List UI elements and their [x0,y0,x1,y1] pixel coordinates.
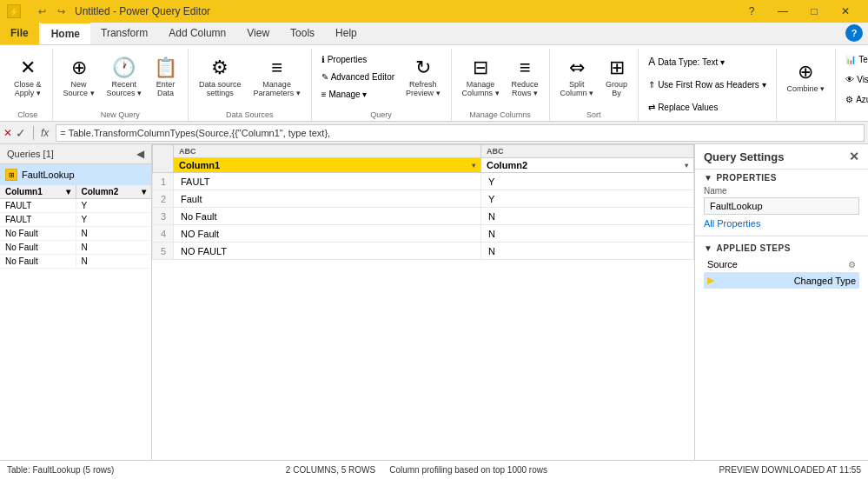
tab-transform[interactable]: Transform [90,22,158,44]
step-source-label: Source [707,259,738,269]
tab-file[interactable]: File [0,22,39,44]
download-time-text: PREVIEW DOWNLOADED AT 11:55 [719,465,861,475]
left-row3-col2: N [76,227,152,240]
use-first-row-button[interactable]: ⇑ Use First Row as Headers ▾ [644,77,770,92]
row-3-num: 3 [153,208,174,225]
col2-name-text: Column2 [487,160,527,170]
left-row4-col2: N [76,241,152,254]
ribbon-group-manage-columns: ⊟ ManageColumns ▾ ≡ ReduceRows ▾ Manage … [452,49,550,121]
replace-values-label: Replace Values [658,103,718,112]
properties-title: ▼ PROPERTIES [704,173,859,183]
row-3-col2: N [480,208,693,225]
minimize-button[interactable]: — [767,0,798,23]
properties-button[interactable]: ℹ Properties [317,52,399,67]
manage-button[interactable]: ≡ Manage ▾ [317,87,399,102]
all-properties-link[interactable]: All Properties [704,218,859,229]
tab-help[interactable]: Help [325,22,368,44]
undo-button[interactable]: ↩ [33,3,50,20]
tab-view[interactable]: View [236,22,280,44]
left-row-3: No Fault N [0,227,151,241]
data-type-label: Data Type: Text ▾ [658,57,725,67]
combine-button[interactable]: ⊕ Combine ▾ [782,50,831,103]
azure-ml-icon: ⚙ [845,95,853,104]
reduce-rows-button[interactable]: ≡ ReduceRows ▾ [507,50,544,103]
vision-button[interactable]: 👁 Vision [841,72,868,87]
applied-steps-list: Source ⚙ ▶ Changed Type [704,256,859,289]
sort-items: ⇔ SplitColumn ▾ ⊞ GroupBy [555,50,633,109]
data-type-button[interactable]: A Data Type: Text ▾ [644,53,729,70]
ribbon-group-query: ℹ Properties ✎ Advanced Editor ≡ Manage … [312,49,452,121]
reduce-rows-icon: ≡ [520,57,531,79]
col2-header: ABC Column2 ▾ [480,145,693,173]
step-changed-type-label: Changed Type [794,276,856,286]
settings-title: Query Settings [704,150,784,163]
col2-filter-icon[interactable]: ▾ [685,162,688,170]
close-button[interactable]: ✕ [830,0,861,23]
tab-home[interactable]: Home [41,22,90,44]
left-data-preview: Column1 ▾ Column2 ▾ FAULT Y FAULT Y No F… [0,185,151,460]
data-sources-items: ⚙ Data sourcesettings ≡ ManageParameters… [194,50,306,109]
steps-collapse-icon[interactable]: ▼ [704,243,712,253]
data-source-settings-button[interactable]: ⚙ Data sourcesettings [194,50,247,103]
group-by-label: GroupBy [606,80,627,97]
advanced-editor-button[interactable]: ✎ Advanced Editor [317,70,399,84]
replace-values-icon: ⇄ [648,103,655,112]
help-circle[interactable]: ? [736,0,767,23]
enter-data-button[interactable]: 📋 EnterData [149,50,182,103]
tab-tools[interactable]: Tools [280,22,325,44]
close-group-label: Close [9,110,47,119]
manage-columns-label: ManageColumns ▾ [462,80,500,97]
col1-filter-icon[interactable]: ▾ [472,162,475,170]
row-5-col1: NO FAULT [174,243,481,260]
redo-button[interactable]: ↪ [52,3,70,20]
table-row: 2 Fault Y [153,190,694,208]
left-row1-col1: FAULT [0,199,76,212]
col2-name-row: Column2 ▾ [481,158,693,172]
col1-name-text: Column1 [179,160,220,170]
left-panel: Queries [1] ◀ ⊞ FaultLookup Column1 ▾ Co… [0,144,152,460]
recent-sources-button[interactable]: 🕐 RecentSources ▾ [102,50,148,103]
text-analytics-button[interactable]: 📊 Text Analytics [841,52,868,67]
help-icon[interactable]: ? [845,24,863,42]
new-query-label: New Query [58,110,183,119]
group-by-button[interactable]: ⊞ GroupBy [600,50,633,103]
new-query-items: ⊕ NewSource ▾ 🕐 RecentSources ▾ 📋 EnterD… [58,50,183,109]
data-source-settings-label: Data sourcesettings [199,80,242,97]
sort-group-label: Sort [555,110,633,119]
row-1-col2: Y [480,173,693,190]
row-2-num: 2 [153,190,174,208]
manage-columns-label: Manage Columns [457,110,544,119]
new-source-button[interactable]: ⊕ NewSource ▾ [58,50,100,103]
split-column-button[interactable]: ⇔ SplitColumn ▾ [555,50,600,103]
use-first-row-label: Use First Row as Headers ▾ [658,80,765,90]
left-row1-col2: Y [76,199,152,212]
settings-close-button[interactable]: ✕ [849,150,859,163]
split-column-label: SplitColumn ▾ [560,80,594,97]
ai-items: 📊 Text Analytics 👁 Vision ⚙ Azure Machin… [841,50,868,109]
reduce-rows-label: ReduceRows ▾ [512,80,539,97]
step-source[interactable]: Source ⚙ [704,256,859,272]
confirm-icon[interactable]: ✓ [16,126,26,140]
enter-data-label: EnterData [156,80,176,97]
query-item-label: FaultLookup [22,170,75,180]
step-changed-type[interactable]: ▶ Changed Type [704,272,859,289]
left-row-5: No Fault N [0,255,151,269]
manage-parameters-button[interactable]: ≡ ManageParameters ▾ [248,50,306,103]
properties-label: Properties [328,55,368,64]
azure-ml-button[interactable]: ⚙ Azure Machine Learning [841,92,868,107]
refresh-preview-button[interactable]: ↻ RefreshPreview ▾ [401,50,446,103]
close-group-items: ✕ Close &Apply ▾ [9,50,47,109]
replace-values-button[interactable]: ⇄ Replace Values [644,100,722,115]
queries-collapse-icon[interactable]: ◀ [136,148,144,160]
title-bar-left: ⚡ ↩ ↪ Untitled - Power Query Editor [7,3,210,20]
azure-ml-label: Azure Machine Learning [856,95,868,104]
cancel-icon[interactable]: ✕ [3,127,12,139]
properties-collapse-icon[interactable]: ▼ [704,173,712,183]
maximize-button[interactable]: □ [798,0,830,23]
tab-add-column[interactable]: Add Column [158,22,236,44]
formula-input[interactable] [56,124,865,142]
step-source-gear-icon[interactable]: ⚙ [848,260,856,269]
query-item-faultlookup[interactable]: ⊞ FaultLookup [0,164,151,185]
manage-columns-button[interactable]: ⊟ ManageColumns ▾ [457,50,505,103]
close-apply-button[interactable]: ✕ Close &Apply ▾ [9,50,47,103]
